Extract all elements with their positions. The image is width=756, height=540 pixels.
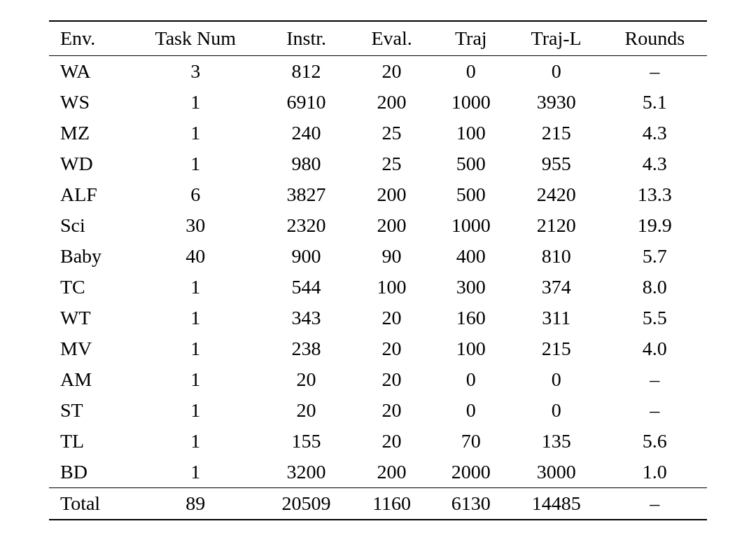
table-cell: 160 xyxy=(432,303,510,333)
table-cell: 0 xyxy=(432,55,510,87)
table-cell: 810 xyxy=(510,241,603,272)
table-cell: 215 xyxy=(510,118,603,148)
table-cell: 20 xyxy=(261,364,351,395)
table-row: WD1980255009554.3 xyxy=(49,148,707,179)
col-header-env: Env. xyxy=(49,21,130,56)
table-cell: TL xyxy=(49,426,130,457)
table-cell: 215 xyxy=(510,333,603,364)
table-cell: 500 xyxy=(432,148,510,179)
table-cell: WD xyxy=(49,148,130,179)
table-cell: WA xyxy=(49,55,130,87)
table-row: WS16910200100039305.1 xyxy=(49,87,707,118)
table-cell: MZ xyxy=(49,118,130,148)
table-cell: 0 xyxy=(510,364,603,395)
table-row: TL115520701355.6 xyxy=(49,426,707,457)
table-cell: 100 xyxy=(432,333,510,364)
table-cell: 0 xyxy=(510,395,603,426)
table-cell: 1 xyxy=(130,333,261,364)
table-cell: 3200 xyxy=(261,457,351,488)
table-cell: 20 xyxy=(351,55,432,87)
table-cell: 900 xyxy=(261,241,351,272)
col-header-rounds: Rounds xyxy=(603,21,707,56)
table-cell: 200 xyxy=(351,87,432,118)
table-cell: 0 xyxy=(432,395,510,426)
total-row: Total89205091160613014485– xyxy=(49,487,707,520)
table-cell: 1000 xyxy=(432,87,510,118)
table-cell: 500 xyxy=(432,179,510,210)
table-row: ST1202000– xyxy=(49,395,707,426)
table-cell: 100 xyxy=(432,118,510,148)
table-cell: 1 xyxy=(130,364,261,395)
total-cell: 89 xyxy=(130,487,261,520)
table-cell: 3827 xyxy=(261,179,351,210)
table-cell: 311 xyxy=(510,303,603,333)
table-cell: AM xyxy=(49,364,130,395)
table-cell: 8.0 xyxy=(603,272,707,303)
table-cell: 20 xyxy=(351,333,432,364)
header-row: Env. Task Num Instr. Eval. Traj Traj-L R… xyxy=(49,21,707,56)
table-cell: 1 xyxy=(130,87,261,118)
table-cell: 135 xyxy=(510,426,603,457)
table-row: WT1343201603115.5 xyxy=(49,303,707,333)
table-cell: 25 xyxy=(351,148,432,179)
table-cell: 30 xyxy=(130,210,261,241)
total-cell: 20509 xyxy=(261,487,351,520)
table-cell: Baby xyxy=(49,241,130,272)
table-cell: 70 xyxy=(432,426,510,457)
table-cell: 544 xyxy=(261,272,351,303)
table-cell: 1000 xyxy=(432,210,510,241)
table-cell: 3930 xyxy=(510,87,603,118)
table-cell: 6 xyxy=(130,179,261,210)
table-row: TC15441003003748.0 xyxy=(49,272,707,303)
table-cell: 100 xyxy=(351,272,432,303)
table-cell: – xyxy=(603,55,707,87)
table-cell: 200 xyxy=(351,210,432,241)
table-cell: 5.7 xyxy=(603,241,707,272)
table-row: WA38122000– xyxy=(49,55,707,87)
table-cell: 20 xyxy=(351,364,432,395)
table-cell: 1.0 xyxy=(603,457,707,488)
table-cell: 6910 xyxy=(261,87,351,118)
table-cell: MV xyxy=(49,333,130,364)
table-cell: 4.0 xyxy=(603,333,707,364)
table-cell: 812 xyxy=(261,55,351,87)
table-cell: 13.3 xyxy=(603,179,707,210)
col-header-instr: Instr. xyxy=(261,21,351,56)
table-cell: 955 xyxy=(510,148,603,179)
table-cell: 4.3 xyxy=(603,118,707,148)
table-cell: 2120 xyxy=(510,210,603,241)
table-cell: 90 xyxy=(351,241,432,272)
table-cell: 4.3 xyxy=(603,148,707,179)
table-cell: 980 xyxy=(261,148,351,179)
table-cell: 1 xyxy=(130,272,261,303)
table-cell: – xyxy=(603,395,707,426)
table-cell: ST xyxy=(49,395,130,426)
table-cell: 2000 xyxy=(432,457,510,488)
table-cell: 20 xyxy=(261,395,351,426)
table-cell: WT xyxy=(49,303,130,333)
total-cell: 1160 xyxy=(351,487,432,520)
total-cell: 14485 xyxy=(510,487,603,520)
table-cell: 2320 xyxy=(261,210,351,241)
table-cell: 238 xyxy=(261,333,351,364)
table-cell: 19.9 xyxy=(603,210,707,241)
table-cell: 200 xyxy=(351,179,432,210)
table-cell: 300 xyxy=(432,272,510,303)
table-cell: 1 xyxy=(130,118,261,148)
table-cell: 5.5 xyxy=(603,303,707,333)
table-cell: ALF xyxy=(49,179,130,210)
table-cell: 1 xyxy=(130,148,261,179)
table-cell: Sci xyxy=(49,210,130,241)
table-row: AM1202000– xyxy=(49,364,707,395)
col-header-traj: Traj xyxy=(432,21,510,56)
table-row: Baby40900904008105.7 xyxy=(49,241,707,272)
total-cell: – xyxy=(603,487,707,520)
table-cell: 1 xyxy=(130,395,261,426)
table-row: Sci3023202001000212019.9 xyxy=(49,210,707,241)
table-row: ALF63827200500242013.3 xyxy=(49,179,707,210)
table-cell: 40 xyxy=(130,241,261,272)
table-row: MV1238201002154.0 xyxy=(49,333,707,364)
table-cell: 20 xyxy=(351,303,432,333)
table-cell: 1 xyxy=(130,303,261,333)
table-cell: 0 xyxy=(510,55,603,87)
